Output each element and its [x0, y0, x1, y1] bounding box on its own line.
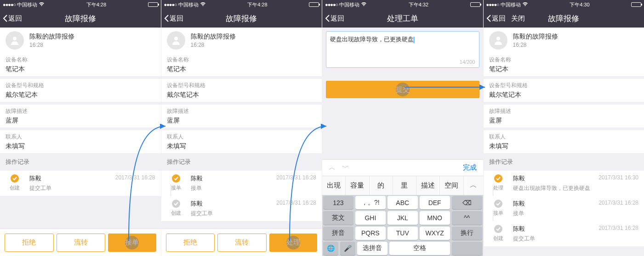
key[interactable]: DEF — [420, 196, 450, 209]
key[interactable]: JKL — [388, 211, 418, 224]
section-header: 操作记录 — [0, 153, 161, 171]
row-device-name: 设备名称 笔记本 — [0, 53, 161, 76]
check-icon — [494, 200, 502, 208]
keyboard-accessory: ︿ ﹀ 完成 — [322, 159, 483, 176]
reject-button[interactable]: 拒绝 — [166, 234, 215, 252]
log-item: 创建 陈毅2017/3/31 16:28 提交工单 — [161, 196, 322, 221]
solution-textarea[interactable]: 硬盘出现故障导致，已更换硬盘 14/200 — [326, 31, 479, 68]
mic-key[interactable]: 🎤 — [340, 242, 355, 255]
key[interactable]: PQRS — [355, 227, 386, 240]
check-icon — [494, 174, 502, 183]
avatar — [489, 31, 507, 50]
back-button[interactable]: 返回 — [0, 14, 25, 23]
section-header: 操作记录 — [484, 153, 644, 171]
forward-button[interactable]: 流转 — [217, 234, 267, 252]
back-button[interactable]: 返回 — [161, 14, 186, 23]
log-tag: 创建 — [493, 235, 503, 242]
key[interactable]: MNO — [420, 211, 450, 224]
key[interactable]: 123 — [323, 196, 353, 209]
globe-key[interactable]: 🌐 — [323, 242, 338, 255]
log-tag: 处理 — [493, 184, 503, 191]
key[interactable] — [452, 242, 482, 255]
key[interactable]: GHI — [355, 211, 386, 224]
check-icon — [11, 174, 19, 183]
ticket-title: 陈毅的故障报修 — [191, 33, 236, 41]
check-icon — [172, 200, 180, 208]
user-header: 陈毅的故障报修 16:28 — [484, 28, 644, 53]
signal-icon: ●●●●○ — [164, 2, 177, 7]
screen-1: ●●●●○ 中国移动 下午4:28 返回 故障报修 陈毅的故障报修 16:28 — [0, 0, 161, 256]
bottom-bar: 拒绝 流转 接单 — [0, 228, 161, 256]
chevron-down-icon[interactable]: ﹀ — [342, 163, 349, 172]
nav-bar: 返回 故障报修 — [161, 9, 322, 28]
submit-button[interactable]: 提交 — [326, 81, 479, 98]
carrier: 中国移动 — [178, 1, 199, 8]
log-tag: 创建 — [171, 210, 181, 217]
reject-button[interactable]: 拒绝 — [5, 234, 54, 252]
log-item: 接单 陈毅2017/3/31 16:28 接单 — [161, 171, 322, 196]
key[interactable]: 英文 — [323, 211, 353, 224]
space-key[interactable]: 空格 — [389, 242, 450, 255]
candidate[interactable]: 里 — [393, 176, 416, 195]
chevron-up-icon[interactable]: ︿ — [329, 163, 336, 172]
clock: 下午4:30 — [570, 1, 589, 8]
log-tag: 接单 — [493, 210, 503, 217]
back-button[interactable]: 返回 — [322, 14, 347, 23]
screen-4: ●●●●○ 中国移动 下午4:30 返回 关闭 故障报修 陈毅的故障报修 16:… — [484, 0, 644, 256]
backspace-key[interactable]: ⌫ — [452, 196, 482, 209]
row-contact: 联系人 未填写 — [0, 130, 161, 153]
ticket-time: 16:28 — [29, 42, 74, 48]
accept-button[interactable]: 接单 — [108, 234, 156, 252]
candidate[interactable]: 出现 — [322, 176, 346, 195]
bottom-bar: 拒绝 流转 处理 — [161, 228, 322, 256]
keyboard: 123 ，。?! ABC DEF ⌫ 英文 GHI JKL MNO ^^ 拼音 … — [322, 195, 483, 256]
user-header: 陈毅的故障报修 16:28 — [161, 28, 322, 53]
svg-point-1 — [174, 37, 178, 40]
clock: 下午4:28 — [86, 1, 106, 8]
candidate[interactable]: 容量 — [346, 176, 369, 195]
status-bar: ●●●●○ 中国移动 下午4:28 — [0, 0, 161, 9]
forward-button[interactable]: 流转 — [57, 234, 106, 252]
wifi-icon — [39, 2, 45, 7]
ticket-time: 16:28 — [191, 42, 236, 48]
key[interactable]: ^^ — [452, 211, 482, 224]
signal-icon: ●●●●○ — [3, 2, 16, 7]
user-header: 陈毅的故障报修 16:28 — [0, 28, 161, 53]
carrier: 中国移动 — [501, 1, 521, 8]
screen-2: ●●●●○ 中国移动 下午4:28 返回 故障报修 陈毅的故障报修 16:28 … — [161, 0, 322, 256]
key[interactable]: 选拼音 — [357, 242, 388, 255]
process-button[interactable]: 处理 — [269, 234, 318, 252]
candidate[interactable]: 空间 — [440, 176, 463, 195]
signal-icon: ●●●●○ — [486, 2, 499, 7]
key[interactable]: ，。?! — [355, 196, 386, 209]
close-button[interactable]: 关闭 — [508, 14, 528, 23]
ticket-time: 16:28 — [513, 42, 558, 48]
done-button[interactable]: 完成 — [463, 163, 477, 172]
log-item: 接单 陈毅2017/3/31 16:28 接单 — [484, 196, 644, 221]
status-bar: ●●●●○ 中国移动 下午4:32 — [322, 0, 483, 9]
svg-point-2 — [496, 37, 500, 40]
expand-candidates-icon[interactable]: ︿ — [464, 181, 483, 190]
wifi-icon — [522, 2, 528, 7]
ticket-title: 陈毅的故障报修 — [513, 33, 558, 41]
clock: 下午4:28 — [247, 1, 267, 8]
avatar — [6, 31, 24, 50]
row-fault-desc: 故障描述 蓝屏 — [0, 105, 161, 128]
log-item: 创建 陈毅2017/3/31 16:28 提交工单 — [484, 221, 644, 246]
signal-icon: ●●●●○ — [325, 2, 338, 7]
log-time: 2017/3/31 16:28 — [115, 174, 155, 183]
key[interactable]: 拼音 — [323, 227, 353, 240]
log-item: 处理 陈毅2017/3/31 16:30 硬盘出现故障导致，已更换硬盘 — [484, 171, 644, 196]
wifi-icon — [361, 2, 367, 7]
candidate[interactable]: 描述 — [416, 176, 440, 195]
key[interactable]: ABC — [388, 196, 418, 209]
check-icon — [494, 225, 502, 233]
screen-3: ●●●●○ 中国移动 下午4:32 返回 处理工单 硬盘出现故障导致，已更换硬盘… — [322, 0, 483, 256]
return-key[interactable]: 换行 — [452, 227, 482, 240]
candidate[interactable]: 的 — [370, 176, 393, 195]
section-header: 操作记录 — [161, 153, 322, 171]
key[interactable]: TUV — [388, 227, 418, 240]
key[interactable]: WXYZ — [420, 227, 450, 240]
back-button[interactable]: 返回 — [484, 14, 508, 23]
wifi-icon — [200, 2, 206, 7]
